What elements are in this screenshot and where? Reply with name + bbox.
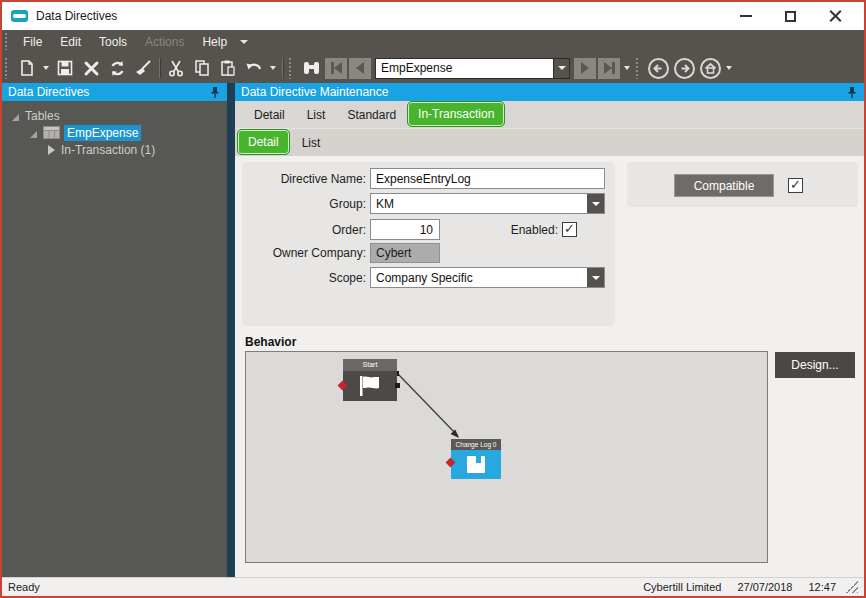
refresh-button[interactable] [104,55,130,81]
save-button[interactable] [52,55,78,81]
home-button[interactable] [697,55,723,81]
tab-standard[interactable]: Standard [336,104,407,128]
window-title: Data Directives [36,9,117,23]
menu-help[interactable]: Help [193,32,236,52]
status-bar: Ready Cybertill Limited 27/07/2018 12:47 [2,577,864,596]
order-input[interactable]: 10 [370,219,440,240]
back-arrow-icon [647,57,670,80]
paste-icon [219,59,237,77]
app-logo-icon [11,10,28,22]
menu-actions: Actions [136,32,193,52]
change-log-node[interactable]: Change Log 0 [451,439,501,479]
find-button[interactable] [298,55,324,81]
data-directive-maintenance-panel: Data Directive Maintenance Detail List S… [235,83,864,577]
pin-icon[interactable] [210,86,220,99]
chevron-down-icon[interactable] [587,268,604,287]
output-port-icon [395,383,400,388]
table-icon [43,126,60,139]
clean-button[interactable] [130,55,156,81]
maximize-icon [785,11,796,22]
order-label: Order: [242,223,366,237]
directive-name-label: Directive Name: [242,172,366,186]
detail-content: Directive Name: ExpenseEntryLog Group: K… [235,156,864,577]
toolbar-grip[interactable] [5,58,10,79]
design-button[interactable]: Design... [775,352,855,378]
menu-edit[interactable]: Edit [51,32,90,52]
minimize-icon [740,15,752,17]
forward-button[interactable] [671,55,697,81]
tab-list[interactable]: List [296,104,337,128]
minimize-button[interactable] [723,2,768,30]
record-combo-input[interactable] [375,58,553,79]
copy-icon [193,59,211,77]
enabled-checkbox[interactable] [562,222,577,237]
menu-overflow-icon[interactable] [240,40,248,44]
copy-button[interactable] [189,55,215,81]
history-dropdown-icon[interactable] [726,66,732,70]
refresh-icon [108,59,127,78]
expanded-arrow-icon[interactable] [30,124,37,138]
subtab-list[interactable]: List [290,131,333,155]
group-label: Group: [242,197,366,211]
tab-in-transaction[interactable]: In-Transaction [407,101,505,127]
maximize-button[interactable] [768,2,813,30]
binoculars-icon [302,60,321,76]
new-document-dropdown-icon[interactable] [43,66,49,70]
nav-next-icon [581,62,589,74]
nav-last-button[interactable] [598,58,620,79]
nav-next-button[interactable] [574,58,596,79]
toolbar-separator [159,58,160,78]
scope-select[interactable]: Company Specific [370,267,605,288]
input-port-icon [338,381,348,391]
owner-company-label: Owner Company: [242,246,366,260]
app-window: Data Directives File Edit Tools Actions … [0,0,866,598]
nav-first-button[interactable] [325,58,347,79]
tree-item-empexpense[interactable]: EmpExpense [2,124,227,141]
collapsed-arrow-icon[interactable] [48,145,55,155]
flow-connector [246,352,767,562]
paste-button[interactable] [215,55,241,81]
input-port-icon [446,458,456,468]
close-button[interactable] [813,2,858,30]
expanded-arrow-icon[interactable] [12,107,19,121]
menu-tools[interactable]: Tools [90,32,136,52]
tab-detail[interactable]: Detail [243,104,296,128]
resize-grip[interactable] [846,581,858,593]
cut-button[interactable] [163,55,189,81]
chevron-down-icon[interactable] [587,194,604,213]
undo-dropdown-icon[interactable] [270,66,276,70]
left-panel-header: Data Directives [2,83,227,101]
compatible-button[interactable]: Compatible [674,174,774,197]
tree-item-tables[interactable]: Tables [2,107,227,124]
delete-button[interactable] [78,55,104,81]
nav-dropdown-icon[interactable] [624,66,630,70]
directive-form-panel: Directive Name: ExpenseEntryLog Group: K… [242,162,615,326]
flag-icon [357,375,383,397]
group-select[interactable]: KM [370,193,605,214]
compatible-checkbox[interactable] [788,178,803,193]
save-icon [56,59,74,77]
document-icon [467,456,485,473]
undo-button[interactable] [241,55,267,81]
directive-name-input[interactable]: ExpenseEntryLog [370,168,605,189]
subtab-detail[interactable]: Detail [237,129,290,155]
compatible-panel: Compatible [627,162,858,207]
panel-splitter[interactable] [227,83,235,577]
nav-previous-button[interactable] [349,58,371,79]
menu-file[interactable]: File [14,32,51,52]
toolbar-grip[interactable] [636,58,641,79]
undo-icon [244,59,264,77]
scissors-icon [167,59,186,78]
delete-icon [83,60,100,77]
new-document-button[interactable] [14,55,40,81]
toolbar-grip[interactable] [289,58,294,79]
record-combobox [375,58,570,79]
record-combo-dropdown-icon[interactable] [553,58,570,79]
scope-label: Scope: [242,271,366,285]
pin-icon[interactable] [847,86,857,99]
behavior-diagram[interactable]: Start Change Log 0 [245,351,768,563]
back-button[interactable] [645,55,671,81]
start-node[interactable]: Start [343,359,397,401]
tree-item-in-transaction[interactable]: In-Transaction (1) [2,141,227,158]
menu-grip[interactable] [5,33,10,49]
